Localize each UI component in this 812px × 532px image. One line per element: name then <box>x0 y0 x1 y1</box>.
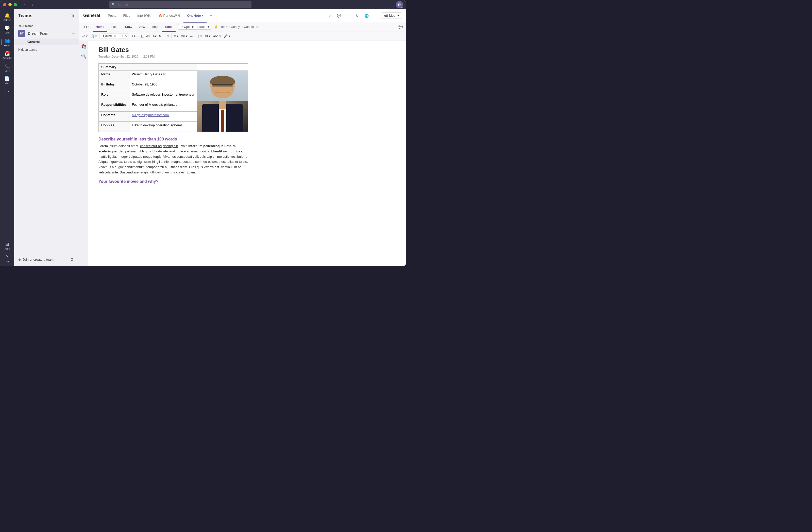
tab-onenote[interactable]: OneNote ▾ <box>184 10 206 23</box>
page-date: Tuesday, December 22, 2020 <box>99 55 138 58</box>
meet-button[interactable]: 📹 Meet ▾ <box>381 12 402 19</box>
expand-button[interactable]: ⤢ <box>326 12 333 19</box>
feedback-button[interactable]: 💬 <box>397 23 404 30</box>
onenote-sidebar-icons: 📚 🔍 <box>79 41 88 266</box>
spelling-button[interactable]: abc ▾ <box>212 32 222 40</box>
value-role[interactable]: Software developer; investor; entreprene… <box>129 91 197 101</box>
open-chevron-icon: ▾ <box>207 25 209 29</box>
dictate-button[interactable]: 🎤 ▾ <box>222 32 231 40</box>
filter-button[interactable]: ⊞ <box>70 12 75 19</box>
label-name: Name <box>99 71 129 81</box>
tab-perfectwiki[interactable]: 🔥 PerfectWiki <box>155 10 184 23</box>
globe-button[interactable]: 🌐 <box>363 12 370 19</box>
sidebar-item-teams[interactable]: 👥 Teams <box>1 36 13 48</box>
section2-heading[interactable]: Your favourite movie and why? <box>99 179 396 184</box>
library-icon[interactable]: 📚 <box>80 43 88 50</box>
sidebar-item-help[interactable]: ? Help <box>1 253 13 264</box>
tell-me-input[interactable] <box>218 25 396 29</box>
toolbar-tab-home[interactable]: Home <box>92 23 107 32</box>
italic-button[interactable]: I <box>136 32 139 40</box>
email-link[interactable]: bill.gates@microsoft.com <box>132 113 169 117</box>
meet-chevron-icon: ▾ <box>397 14 399 17</box>
toolbar-tab-file[interactable]: File <box>81 23 92 32</box>
more-list-button[interactable]: ··· <box>189 32 194 40</box>
toolbar-tab-view[interactable]: View <box>136 23 148 32</box>
sidebar-item-calendar[interactable]: 📅 Calendar <box>1 49 13 61</box>
general-channel-item[interactable]: General <box>14 39 79 45</box>
settings-button[interactable]: ⚙ <box>69 256 75 263</box>
toolbar-tab-draw[interactable]: Draw <box>122 23 135 32</box>
add-tab-button[interactable]: + <box>207 12 214 19</box>
avatar[interactable]: IP <box>396 1 403 8</box>
font-select[interactable]: Calibri <box>101 33 117 39</box>
toolbar-tab-help[interactable]: Help <box>149 23 161 32</box>
label-contacts: Contacts <box>99 111 129 121</box>
sidebar-item-chat[interactable]: 💬 Chat <box>1 24 13 35</box>
label-hobbies: Hobbies <box>99 121 129 132</box>
apps-icon: ⊞ <box>5 241 9 247</box>
label-responsibilities: Responsibilities <box>99 101 129 111</box>
tab-files[interactable]: Files <box>120 10 134 23</box>
teams-panel: Teams ⊞ Your teams DT Dream Team ··· Gen… <box>14 9 79 266</box>
help-icon: ? <box>6 254 9 260</box>
open-browser-button[interactable]: ⤤ Open in Browser ▾ <box>178 24 212 30</box>
teams-panel-title: Teams <box>18 13 32 18</box>
undo-button[interactable]: ↩ ▾ <box>81 32 89 40</box>
highlight-button[interactable]: A▾ <box>145 32 151 40</box>
page-datetime: Tuesday, December 22, 2020 2:08 PM <box>99 55 396 58</box>
back-button[interactable]: ‹ <box>21 1 28 8</box>
font-color-button[interactable]: A▾ <box>151 32 158 40</box>
sidebar-item-activity[interactable]: 🔔 Activity <box>1 11 13 23</box>
section1-heading[interactable]: Describe yourself in less than 100 words <box>99 137 396 142</box>
more-format-button[interactable]: ··· ▾ <box>163 32 170 40</box>
value-responsibilities[interactable]: Founder of Microsoft, philantop <box>129 101 197 111</box>
more-options-button[interactable]: ··· <box>372 12 379 19</box>
sidebar-item-more[interactable]: ··· <box>1 87 13 95</box>
forward-button[interactable]: › <box>29 1 36 8</box>
value-contacts[interactable]: bill.gates@microsoft.com <box>129 111 197 121</box>
sidebar-item-files[interactable]: 📄 Files <box>1 75 13 86</box>
sidebar-item-calls[interactable]: 📞 Calls <box>1 62 13 74</box>
join-create-button[interactable]: ⊕ Join or create a team <box>18 257 54 262</box>
underline-button[interactable]: U <box>140 32 144 40</box>
search-input[interactable] <box>110 1 251 8</box>
tab-posts[interactable]: Posts <box>104 10 120 23</box>
numbering-button[interactable]: ≡# ▾ <box>180 32 188 40</box>
maximize-button[interactable] <box>14 3 17 6</box>
separator2 <box>130 33 130 39</box>
hidden-teams-label[interactable]: Hidden teams <box>14 45 79 53</box>
search-icon: 🔍 <box>112 3 115 6</box>
refresh-button[interactable]: ↻ <box>354 12 361 19</box>
dream-team-avatar: DT <box>18 30 25 37</box>
fullscreen-button[interactable]: ⊞ <box>345 12 352 19</box>
lightbulb-icon: 💡 <box>214 25 218 29</box>
clipboard-button[interactable]: 📋 ▾ <box>89 32 98 40</box>
font-size-select[interactable]: 11 <box>118 33 128 39</box>
dream-team-item[interactable]: DT Dream Team ··· <box>14 28 79 39</box>
minimize-button[interactable] <box>9 3 12 6</box>
label-role: Role <box>99 91 129 101</box>
separator <box>99 33 100 39</box>
styles-button[interactable]: ¶ ▾ <box>197 32 203 40</box>
chat-button[interactable]: 💬 <box>335 12 343 19</box>
calls-icon: 📞 <box>4 63 10 69</box>
separator4 <box>195 33 195 39</box>
tab-intelliwiki[interactable]: IntelliWiki <box>134 10 155 23</box>
teams-icon: 👥 <box>4 38 10 44</box>
strikethrough-button[interactable]: S̶ <box>158 32 162 40</box>
bold-button[interactable]: B <box>131 32 136 40</box>
close-button[interactable] <box>3 3 6 6</box>
sidebar-item-apps[interactable]: ⊞ Apps <box>1 240 13 252</box>
tags-button[interactable]: 🏷 ▾ <box>203 32 212 40</box>
toolbar-tab-insert[interactable]: Insert <box>108 23 121 32</box>
team-more-button[interactable]: ··· <box>72 31 75 35</box>
value-birthday[interactable]: October 28, 1955 <box>129 81 197 91</box>
value-name[interactable]: William Henry Gates III <box>129 71 197 81</box>
search-pages-icon[interactable]: 🔍 <box>80 53 88 60</box>
value-hobbies[interactable]: I like to develop operating systems <box>129 121 197 132</box>
page-time: 2:08 PM <box>143 55 155 58</box>
dream-team-name: Dream Team <box>28 31 69 35</box>
toolbar-tab-table[interactable]: Table <box>162 23 175 32</box>
app-body: 🔔 Activity 💬 Chat 👥 Teams 📅 Calendar 📞 C… <box>0 9 406 266</box>
bullets-button[interactable]: ≡ ▾ <box>173 32 179 40</box>
